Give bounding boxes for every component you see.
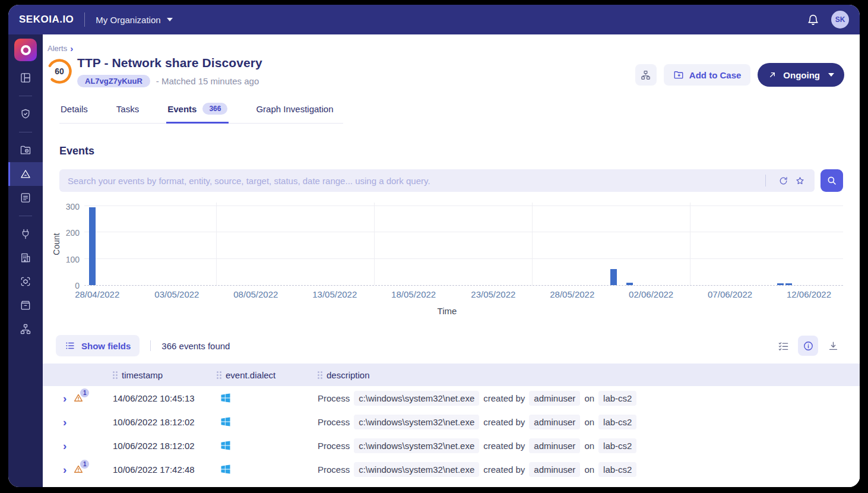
tab-details[interactable]: Details xyxy=(59,99,89,124)
table-toolbar: Show fields 366 events found xyxy=(56,335,843,356)
brand-logo[interactable]: SEKOIA.IO xyxy=(19,14,74,26)
star-favorite-icon[interactable] xyxy=(793,174,806,187)
expand-row-chevron-icon[interactable]: › xyxy=(63,393,66,404)
sidebar-item-alerts[interactable] xyxy=(8,162,43,186)
page-title: TTP - Network share Discovery xyxy=(77,56,262,70)
column-header-timestamp[interactable]: timestamp xyxy=(113,370,217,380)
sidebar-item-archives[interactable] xyxy=(8,293,43,317)
shield-check-icon xyxy=(20,108,31,120)
x-tick-label: 07/06/2022 xyxy=(708,289,752,299)
sidebar-item-dashboards[interactable] xyxy=(8,66,43,90)
show-fields-button[interactable]: Show fields xyxy=(56,335,140,356)
event-dialect xyxy=(217,416,318,428)
event-description: Processc:\windows\system32\net.execreate… xyxy=(318,438,860,453)
sidebar-divider xyxy=(19,96,32,96)
organization-selector[interactable]: My Organization xyxy=(96,15,172,25)
chart-bar[interactable] xyxy=(777,283,784,285)
main-content: Alerts › 60 TTP - Network share Discover… xyxy=(43,34,860,487)
y-tick-label: 300 xyxy=(66,202,80,211)
description-value-chip: adminuser xyxy=(529,462,580,477)
description-value-chip: lab-cs2 xyxy=(598,438,636,453)
description-value-chip: c:\windows\system32\net.exe xyxy=(354,438,479,453)
event-dialect xyxy=(217,392,318,404)
user-avatar[interactable]: SK xyxy=(831,11,849,29)
arrow-up-right-icon xyxy=(768,70,777,80)
tab-tasks[interactable]: Tasks xyxy=(115,99,140,124)
x-tick-label: 28/04/2022 xyxy=(75,289,119,299)
event-timestamp: 10/06/2022 17:42:48 xyxy=(113,464,217,475)
event-table-row[interactable]: ›10/06/2022 18:12:02Processc:\windows\sy… xyxy=(43,434,860,457)
add-to-case-button[interactable]: Add to Case xyxy=(664,64,751,86)
sidebar-item-threat-center[interactable] xyxy=(8,270,43,293)
x-tick-label: 13/05/2022 xyxy=(312,289,357,299)
tab-events[interactable]: Events 366 xyxy=(166,99,229,124)
events-search-box xyxy=(59,169,815,192)
chart-plot-area[interactable] xyxy=(84,203,843,286)
events-search-input[interactable] xyxy=(68,176,758,186)
graph-view-button[interactable] xyxy=(635,64,657,86)
sidebar-item-reports[interactable] xyxy=(8,186,43,210)
refresh-icon[interactable] xyxy=(777,174,790,187)
folder-plus-icon xyxy=(673,69,684,80)
expand-row-chevron-icon[interactable]: › xyxy=(63,440,66,451)
description-value-chip: adminuser xyxy=(529,391,580,406)
chevron-down-icon xyxy=(167,18,173,21)
drag-handle-icon[interactable] xyxy=(113,371,118,379)
sidebar-item-defend[interactable] xyxy=(8,102,43,126)
events-table-header: timestamp event.dialect description xyxy=(43,364,860,386)
column-header-event-dialect[interactable]: event.dialect xyxy=(217,370,318,380)
chart-bar[interactable] xyxy=(89,207,96,285)
sidebar-item-intakes[interactable] xyxy=(8,222,43,246)
events-count-badge: 366 xyxy=(202,103,227,115)
status-button[interactable]: Ongoing xyxy=(758,63,844,87)
x-tick-label: 18/05/2022 xyxy=(391,289,436,299)
chart-bar[interactable] xyxy=(785,283,792,285)
sidebar-item-topology[interactable] xyxy=(8,317,43,341)
expand-row-chevron-icon[interactable]: › xyxy=(63,416,66,428)
expand-row-chevron-icon[interactable]: › xyxy=(63,464,66,475)
event-table-row[interactable]: ›114/06/2022 10:45:13Processc:\windows\s… xyxy=(43,386,860,410)
breadcrumb-alerts-link[interactable]: Alerts xyxy=(47,44,67,53)
info-button[interactable] xyxy=(798,336,818,356)
download-icon xyxy=(828,340,839,352)
x-tick-label: 03/05/2022 xyxy=(154,289,199,299)
scan-cube-icon xyxy=(20,276,31,287)
description-text: created by xyxy=(483,464,525,475)
event-table-row[interactable]: ›10/06/2022 18:12:02Processc:\windows\sy… xyxy=(43,410,860,434)
warning-triangle-icon[interactable]: 1 xyxy=(73,393,84,403)
drag-handle-icon[interactable] xyxy=(217,371,221,379)
notifications-bell-icon[interactable] xyxy=(807,14,819,26)
alert-id-badge[interactable]: AL7vgZ7yKuuR xyxy=(77,75,150,87)
archive-box-icon xyxy=(20,299,31,311)
sidebar-item-cases[interactable] xyxy=(8,138,43,162)
warning-triangle-icon[interactable]: 1 xyxy=(73,464,84,475)
drag-handle-icon[interactable] xyxy=(318,371,322,379)
event-description: Processc:\windows\system32\net.execreate… xyxy=(318,391,860,406)
description-text: Process xyxy=(318,393,350,403)
y-tick-label: 100 xyxy=(66,255,80,264)
description-text: created by xyxy=(483,441,525,451)
x-tick-label: 02/06/2022 xyxy=(629,289,673,299)
alert-score-gauge: 60 xyxy=(46,58,72,84)
tab-graph-investigation[interactable]: Graph Investigation xyxy=(255,99,334,124)
chart-bar[interactable] xyxy=(626,283,633,285)
sekoia-logo-icon[interactable] xyxy=(14,39,37,61)
description-value-chip: lab-cs2 xyxy=(598,391,636,406)
search-button[interactable] xyxy=(821,169,843,192)
x-tick-label: 23/05/2022 xyxy=(471,289,515,299)
list-icon xyxy=(65,340,75,351)
column-header-description[interactable]: description xyxy=(318,370,860,380)
description-value-chip: c:\windows\system32\net.exe xyxy=(354,415,479,429)
event-table-row[interactable]: ›110/06/2022 17:42:48Processc:\windows\s… xyxy=(43,457,860,481)
event-dialect xyxy=(217,463,318,475)
description-text: Process xyxy=(318,417,350,427)
warning-count-badge: 1 xyxy=(80,388,89,397)
chart-bar[interactable] xyxy=(610,269,617,285)
events-table-body: ›114/06/2022 10:45:13Processc:\windows\s… xyxy=(43,386,860,481)
event-timestamp: 10/06/2022 18:12:02 xyxy=(113,441,217,451)
download-button[interactable] xyxy=(823,336,843,356)
chart-x-axis-label: Time xyxy=(51,306,843,316)
sidebar-divider xyxy=(19,216,32,216)
column-settings-button[interactable] xyxy=(773,336,793,356)
sidebar-item-organization[interactable] xyxy=(8,246,43,270)
